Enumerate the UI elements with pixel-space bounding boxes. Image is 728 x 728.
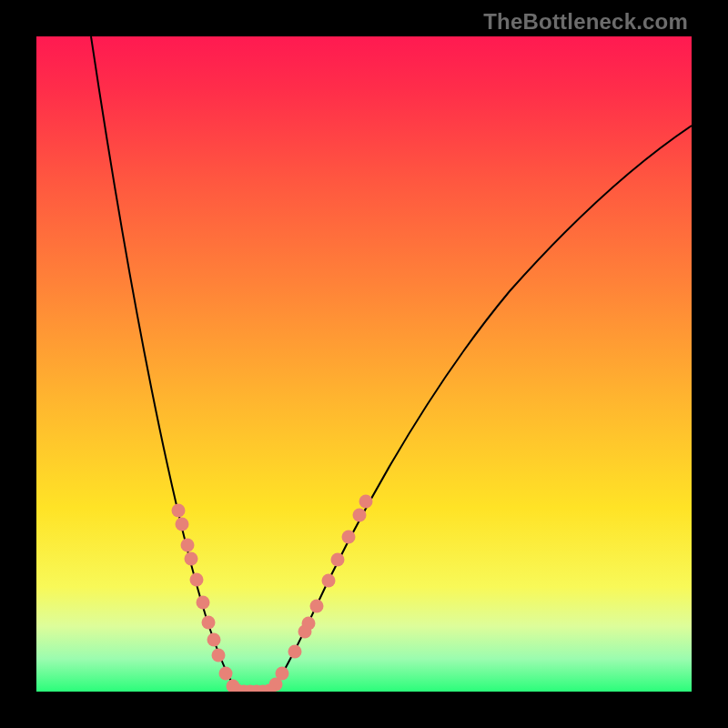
marker-left-2 xyxy=(181,539,195,552)
marker-right-7 xyxy=(331,553,345,567)
marker-left-1 xyxy=(176,518,189,531)
marker-right-6 xyxy=(322,574,336,588)
marker-right-5 xyxy=(310,600,324,613)
markers-group xyxy=(172,495,373,693)
marker-right-9 xyxy=(353,509,367,522)
marker-left-0 xyxy=(172,504,186,518)
curves-svg xyxy=(36,36,692,692)
marker-left-7 xyxy=(207,633,221,647)
plot-area xyxy=(36,36,692,692)
marker-left-4 xyxy=(190,573,204,587)
chart-frame: TheBottleneck.com xyxy=(0,0,728,728)
marker-left-5 xyxy=(197,596,210,610)
curve-right xyxy=(271,126,692,692)
watermark-text: TheBottleneck.com xyxy=(483,9,688,35)
curve-left xyxy=(91,36,238,692)
marker-right-10 xyxy=(359,495,373,509)
marker-left-3 xyxy=(185,552,198,566)
marker-left-6 xyxy=(202,616,216,630)
marker-right-2 xyxy=(288,645,302,659)
marker-left-9 xyxy=(219,667,233,681)
marker-right-4 xyxy=(302,617,316,631)
marker-right-1 xyxy=(276,667,289,681)
marker-right-8 xyxy=(342,531,356,544)
marker-left-8 xyxy=(212,649,226,662)
